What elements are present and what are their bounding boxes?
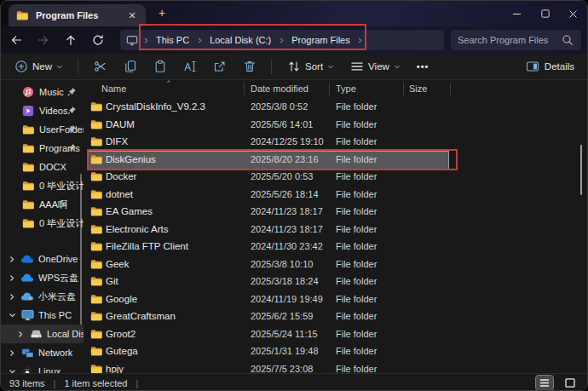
file-type: File folder <box>336 294 377 304</box>
sidebar-item-label: UserFolder <box>39 124 84 135</box>
forward-button[interactable] <box>33 30 54 50</box>
folder-icon <box>90 136 102 147</box>
column-divider[interactable] <box>244 83 245 95</box>
file-row-geek[interactable]: Geek2025/3/8 10:10File folder <box>89 256 448 274</box>
sort-icon <box>286 60 301 74</box>
file-row-daum[interactable]: DAUM2025/5/6 14:01File folder <box>89 117 448 135</box>
search-icon[interactable] <box>561 33 574 47</box>
chevron-right-icon[interactable] <box>8 293 16 301</box>
file-date-modified: 2025/5/26 18:14 <box>251 189 319 199</box>
column-divider[interactable] <box>403 83 404 95</box>
file-name: Geek <box>106 259 130 269</box>
share-button[interactable] <box>206 56 233 78</box>
file-row-electronic-arts[interactable]: Electronic Arts2024/11/23 18:17File fold… <box>89 221 448 239</box>
file-row-git[interactable]: Git2025/3/18 18:24File folder <box>89 273 448 291</box>
wps-cloud-icon <box>20 272 34 284</box>
file-type: File folder <box>336 259 377 269</box>
sidebar-item-aaa-[interactable]: AAA啊 <box>1 195 84 214</box>
search-box[interactable]: Search Program Files <box>451 30 581 50</box>
chevron-down-icon[interactable] <box>8 312 16 319</box>
column-header-date[interactable]: Date modified <box>251 83 308 94</box>
file-row-crystaldiskinfo_v9-2-3[interactable]: CrystalDiskInfo_V9.2.32025/3/8 0:52File … <box>89 99 448 117</box>
navigation-pane: MusicVideosUserFolderProgramsDOCX0 毕业设计 … <box>1 80 84 373</box>
column-divider[interactable] <box>450 83 451 95</box>
maximize-button[interactable] <box>531 1 559 26</box>
sidebar-item-0-[interactable]: 0 毕业设计 ( <box>1 176 84 195</box>
crumb-chevron-icon[interactable] <box>276 37 286 44</box>
file-date-modified: 2024/11/23 18:17 <box>251 224 323 234</box>
tab-close-icon[interactable]: ✕ <box>125 10 139 21</box>
sidebar-item-this-pc[interactable]: This PC <box>1 306 84 325</box>
address-field[interactable]: This PCLocal Disk (C:)Program Files <box>120 30 444 50</box>
sort-button[interactable]: Sort <box>280 56 340 78</box>
column-divider[interactable] <box>329 83 330 95</box>
folder-icon <box>90 171 102 182</box>
address-bar: This PCLocal Disk (C:)Program Files Sear… <box>1 26 587 54</box>
chevron-right-icon[interactable] <box>16 331 25 338</box>
sidebar-item-music[interactable]: Music <box>1 83 84 101</box>
sidebar-item-0-[interactable]: 0 毕业设计 ( <box>1 214 84 233</box>
minimize-button[interactable] <box>503 1 531 26</box>
file-name: CrystalDiskInfo_V9.2.3 <box>106 101 205 112</box>
file-row-difx[interactable]: DIFX2024/12/25 19:10File folder <box>89 134 448 152</box>
file-row-groot2[interactable]: Groot22025/5/24 11:15File folder <box>89 326 448 344</box>
list-scrollbar[interactable] <box>580 145 582 195</box>
new-button[interactable]: New <box>8 56 69 78</box>
crumb-chevron-icon[interactable] <box>141 37 151 44</box>
file-row-hpjy[interactable]: hpjy2025/7/5 23:08File folder <box>89 361 448 374</box>
file-row-ea-games[interactable]: EA Games2024/11/23 18:17File folder <box>89 204 448 221</box>
command-toolbar: New Sort View ••• Details <box>1 54 587 80</box>
copy-icon <box>123 60 137 74</box>
sidebar-item-local-disk-[interactable]: Local Disk ( <box>1 325 84 343</box>
file-row-docker[interactable]: Docker2025/5/20 0:53File folder <box>89 169 448 187</box>
file-date-modified: 2025/5/20 0:53 <box>251 171 313 181</box>
linux-icon <box>20 365 34 373</box>
chevron-down-icon[interactable] <box>8 368 16 373</box>
column-header-name[interactable]: Name <box>101 83 126 94</box>
chevron-right-icon[interactable] <box>8 349 16 357</box>
delete-button[interactable] <box>236 56 262 78</box>
sidebar-item-wps-[interactable]: WPS云盘 <box>1 268 84 287</box>
close-button[interactable] <box>559 1 587 26</box>
chevron-right-icon[interactable] <box>8 256 16 263</box>
sidebar-item-userfolder[interactable]: UserFolder <box>1 120 84 139</box>
rename-button[interactable] <box>176 56 203 78</box>
file-row-dotnet[interactable]: dotnet2025/5/26 18:14File folder <box>89 187 448 204</box>
tab-program-files[interactable]: Program Files ✕ <box>9 4 146 26</box>
back-button[interactable] <box>6 30 26 50</box>
file-row-diskgenius[interactable]: DiskGenius2025/8/20 23:16File folder <box>89 152 448 170</box>
breadcrumb-item[interactable]: This PC <box>151 33 194 47</box>
sidebar-item-videos[interactable]: Videos <box>1 101 84 120</box>
chevron-right-icon[interactable] <box>8 274 16 282</box>
file-row-gutega[interactable]: Gutega2025/1/31 19:48File folder <box>89 343 448 361</box>
crumb-chevron-icon[interactable] <box>194 37 205 44</box>
breadcrumb-item[interactable]: Program Files <box>286 33 355 47</box>
tab-bar: Program Files ✕ + <box>1 1 587 26</box>
sidebar-item-onedrive[interactable]: OneDrive <box>1 250 84 268</box>
sidebar-item-docx[interactable]: DOCX <box>1 158 84 176</box>
file-row-google[interactable]: Google2024/11/19 19:49File folder <box>89 291 448 309</box>
refresh-button[interactable] <box>88 30 108 50</box>
file-row-greatcraftsman[interactable]: GreatCraftsman2025/6/2 15:59File folder <box>89 308 448 326</box>
view-button[interactable]: View <box>343 56 406 78</box>
crumb-chevron-icon[interactable] <box>355 37 366 44</box>
folder-icon <box>90 189 102 200</box>
icons-view-toggle[interactable] <box>562 376 579 390</box>
paste-button[interactable] <box>147 56 173 78</box>
breadcrumb-item[interactable]: Local Disk (C:) <box>205 33 276 47</box>
sidebar-item-linux[interactable]: Linux <box>1 362 84 373</box>
more-options-button[interactable]: ••• <box>410 61 436 72</box>
details-view-toggle[interactable] <box>536 376 553 390</box>
column-header-size[interactable]: Size <box>409 83 427 94</box>
folder-icon <box>90 101 102 112</box>
column-header-type[interactable]: Type <box>336 83 356 94</box>
file-row-filezilla-ftp-client[interactable]: FileZilla FTP Client2024/11/30 23:42File… <box>89 239 448 256</box>
up-button[interactable] <box>61 30 81 50</box>
new-tab-button[interactable]: + <box>154 6 170 21</box>
copy-button[interactable] <box>117 56 143 78</box>
sidebar-item-programs[interactable]: Programs <box>1 139 84 158</box>
cut-button[interactable] <box>87 56 113 78</box>
details-pane-button[interactable]: Details <box>520 56 580 78</box>
sidebar-item-network[interactable]: Network <box>1 343 84 362</box>
sidebar-item--[interactable]: 小米云盘 <box>1 287 84 306</box>
